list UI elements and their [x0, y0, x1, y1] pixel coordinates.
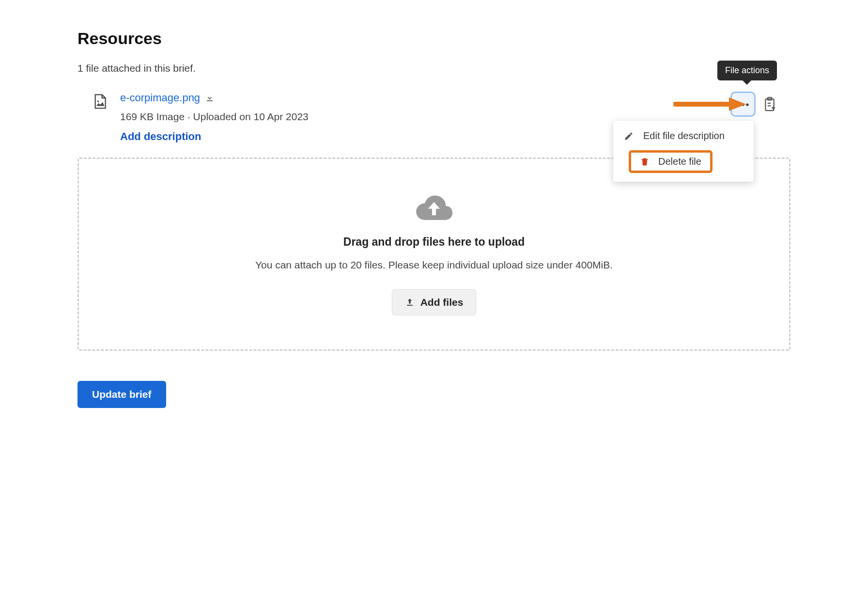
- trash-icon: [640, 157, 650, 167]
- dropzone[interactable]: Drag and drop files here to upload You c…: [78, 157, 790, 351]
- download-icon[interactable]: [205, 93, 215, 103]
- file-name-link[interactable]: e-corpimage.png: [120, 92, 200, 104]
- menu-delete-label: Delete file: [658, 156, 701, 167]
- menu-edit-label: Edit file description: [643, 130, 725, 141]
- clipboard-add-icon[interactable]: [763, 97, 776, 111]
- add-description-link[interactable]: Add description: [120, 130, 201, 143]
- add-files-label: Add files: [420, 297, 464, 308]
- menu-delete-file[interactable]: Delete file: [613, 146, 754, 177]
- file-actions-tooltip: File actions: [717, 61, 777, 80]
- svg-point-5: [746, 103, 748, 106]
- annotation-highlight: Delete file: [629, 150, 713, 173]
- page-title: Resources: [78, 29, 790, 48]
- svg-marker-2: [729, 97, 746, 111]
- update-brief-button[interactable]: Update brief: [78, 381, 166, 408]
- file-row: e-corpimage.png 169 KB Image · Uploaded …: [78, 92, 790, 143]
- dropzone-title: Drag and drop files here to upload: [98, 235, 770, 249]
- annotation-arrow: [673, 95, 746, 113]
- add-files-button[interactable]: Add files: [392, 289, 477, 315]
- menu-edit-description[interactable]: Edit file description: [613, 125, 754, 146]
- svg-rect-6: [765, 99, 774, 110]
- pencil-icon: [624, 131, 634, 141]
- svg-point-0: [97, 101, 99, 102]
- upload-icon: [405, 298, 415, 307]
- file-actions-menu: Edit file description Delete file: [613, 121, 754, 182]
- cloud-upload-icon: [98, 193, 770, 222]
- dropzone-subtitle: You can attach up to 20 files. Please ke…: [98, 259, 770, 271]
- attached-count: 1 file attached in this brief.: [78, 63, 790, 74]
- file-image-icon: [93, 94, 107, 110]
